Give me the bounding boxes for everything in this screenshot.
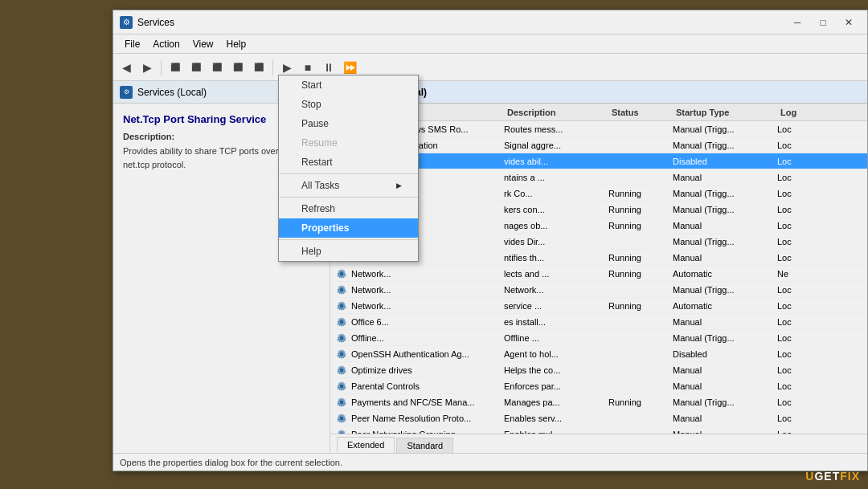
service-row[interactable]: Parental ControlsEnforces par...ManualLo…	[330, 378, 867, 394]
bottom-tabs: Extended Standard	[330, 434, 867, 453]
toolbar-btn-4[interactable]: ⬛	[228, 58, 248, 77]
context-menu-item-help[interactable]: Help	[279, 242, 418, 261]
service-description: Enforces par...	[504, 381, 608, 391]
menu-action[interactable]: Action	[146, 37, 186, 51]
menu-file[interactable]: File	[118, 37, 146, 51]
status-bar: Opens the properties dialog box for the …	[113, 453, 867, 471]
service-log: Loc	[777, 253, 825, 263]
play-button[interactable]: ▶	[277, 58, 297, 77]
service-startup-type: Manual	[673, 173, 777, 182]
service-name: Office 6...	[351, 317, 504, 327]
service-name: Network...	[351, 285, 504, 295]
toolbar-btn-2[interactable]: ⬛	[186, 58, 206, 77]
service-status: Running	[608, 269, 673, 279]
service-row[interactable]: Offline...Offline ...Manual (Trigg...Loc	[330, 330, 867, 346]
tab-extended[interactable]: Extended	[337, 437, 395, 453]
service-description: ntains a ...	[504, 173, 608, 182]
toolbar-btn-3[interactable]: ⬛	[207, 58, 227, 77]
service-name: Network...	[351, 301, 504, 311]
service-log: Loc	[777, 157, 825, 166]
service-log: Loc	[777, 317, 825, 327]
service-icon	[335, 300, 348, 312]
context-menu-item-pause[interactable]: Pause	[279, 114, 418, 133]
maximize-button[interactable]: □	[811, 14, 835, 31]
forward-button[interactable]: ▶	[137, 58, 157, 77]
back-button[interactable]: ◀	[117, 58, 136, 77]
service-row[interactable]: Network...lects and ...RunningAutomaticN…	[330, 266, 867, 282]
service-icon	[335, 283, 348, 296]
col-header-description[interactable]: Description	[507, 108, 612, 117]
close-button[interactable]: ✕	[837, 14, 861, 31]
service-log: Loc	[777, 333, 825, 343]
col-header-startup[interactable]: Startup Type	[676, 108, 780, 117]
col-header-log[interactable]: Log	[780, 108, 829, 117]
service-status: Running	[608, 253, 673, 263]
service-log: Loc	[777, 301, 825, 311]
context-menu-item-stop[interactable]: Stop	[279, 95, 418, 114]
service-description: service ...	[504, 301, 608, 311]
service-log: Loc	[777, 414, 825, 423]
service-row[interactable]: Office 6...es install...ManualLoc	[330, 314, 867, 330]
service-log: Loc	[777, 124, 825, 134]
menu-help[interactable]: Help	[220, 37, 253, 51]
service-description: Enables serv...	[504, 414, 608, 423]
service-startup-type: Manual	[673, 430, 777, 434]
service-description: Offline ...	[504, 333, 608, 343]
toolbar-btn-5[interactable]: ⬛	[249, 58, 268, 77]
minimize-button[interactable]: ─	[785, 14, 809, 31]
service-row[interactable]: Network...service ...RunningAutomaticLoc	[330, 298, 867, 314]
menu-view[interactable]: View	[186, 37, 220, 51]
service-log: Loc	[777, 285, 825, 295]
service-row[interactable]: Peer Networking GroupingEnables mul...Ma…	[330, 426, 867, 434]
left-panel-title: Services (Local)	[137, 87, 207, 98]
service-icon	[335, 396, 348, 409]
submenu-arrow-icon: ▶	[396, 181, 402, 189]
service-description: Manages pa...	[504, 397, 608, 407]
service-startup-type: Manual	[673, 221, 777, 230]
service-description: lects and ...	[504, 269, 608, 279]
service-row[interactable]: OpenSSH Authentication Ag...Agent to hol…	[330, 346, 867, 362]
service-row[interactable]: Payments and NFC/SE Mana...Manages pa...…	[330, 394, 867, 410]
service-log: Loc	[777, 173, 825, 182]
service-description: es install...	[504, 317, 608, 327]
service-startup-type: Manual (Trigg...	[673, 124, 777, 134]
watermark: UGETFIX	[805, 470, 860, 483]
context-menu-item-all-tasks[interactable]: All Tasks▶	[279, 176, 418, 195]
step-button[interactable]: ⏩	[340, 58, 359, 77]
context-menu-item-resume: Resume	[279, 133, 418, 153]
context-menu-item-label: Properties	[301, 222, 349, 234]
service-log: Loc	[777, 141, 825, 150]
service-description: kers con...	[504, 205, 608, 214]
pause-button[interactable]: ⏸	[319, 58, 338, 77]
service-status: Running	[608, 221, 673, 230]
service-startup-type: Manual (Trigg...	[673, 397, 777, 407]
context-menu-item-restart[interactable]: Restart	[279, 153, 418, 172]
tab-standard[interactable]: Standard	[396, 438, 453, 453]
service-icon	[335, 428, 348, 434]
service-name: Peer Networking Grouping	[351, 430, 504, 434]
service-startup-type: Manual (Trigg...	[673, 141, 777, 150]
context-menu-item-start[interactable]: Start	[279, 81, 418, 95]
context-menu-item-label: Start	[301, 81, 321, 91]
service-startup-type: Manual	[673, 365, 777, 375]
service-startup-type: Manual (Trigg...	[673, 333, 777, 343]
service-row[interactable]: Peer Name Resolution Proto...Enables ser…	[330, 410, 867, 426]
service-startup-type: Manual	[673, 317, 777, 327]
context-menu: StartStopPauseResumeRestartAll Tasks▶Ref…	[278, 81, 419, 262]
service-icon	[335, 364, 348, 377]
toolbar-btn-1[interactable]: ⬛	[166, 58, 185, 77]
service-row[interactable]: Optimize drivesHelps the co...ManualLoc	[330, 362, 867, 378]
service-startup-type: Manual	[673, 381, 777, 391]
service-description: vides abil...	[504, 157, 608, 166]
service-icon	[335, 380, 348, 393]
service-startup-type: Manual	[673, 253, 777, 263]
context-menu-item-refresh[interactable]: Refresh	[279, 199, 418, 218]
stop-button[interactable]: ■	[298, 58, 317, 77]
service-description: ntifies th...	[504, 253, 608, 263]
context-menu-item-properties[interactable]: Properties	[279, 218, 418, 238]
col-header-status[interactable]: Status	[612, 108, 676, 117]
service-status: Running	[608, 397, 673, 407]
service-row[interactable]: Network...Network...Manual (Trigg...Loc	[330, 282, 867, 298]
window-icon: ⚙	[120, 16, 133, 29]
service-log: Loc	[777, 349, 825, 359]
